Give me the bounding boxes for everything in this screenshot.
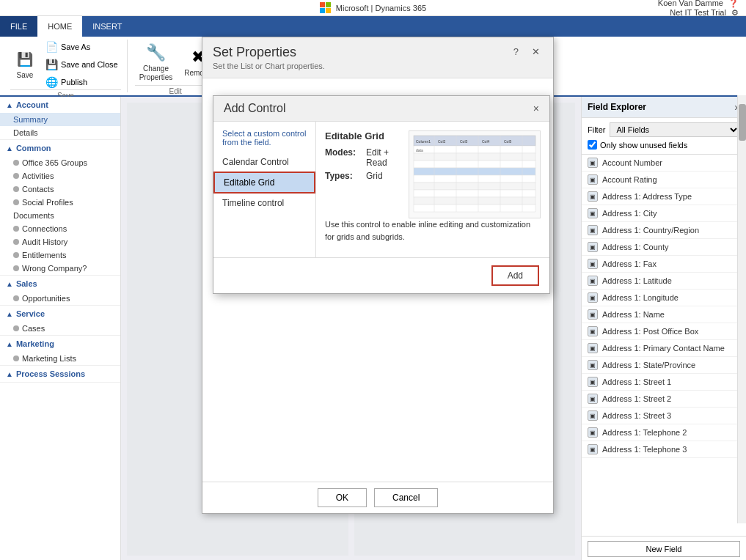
ac-subtitle: Select a custom control from the field. (213, 129, 315, 152)
help-icon[interactable]: ❓ (728, 0, 739, 7)
fe-item-label-12: Address 1: Primary Contact Name (602, 344, 725, 353)
sp-ok-button[interactable]: OK (318, 488, 367, 507)
ac-preview: Column1 Col2 Col3 Col4 Col5 data (409, 130, 541, 218)
contacts-label: Contacts (22, 185, 54, 194)
fe-filter: Filter All Fields Only show unused field… (582, 118, 746, 155)
fe-item-tel2[interactable]: ▣ Address 1: Telephone 2 (582, 424, 746, 441)
fe-item-longitude[interactable]: ▣ Address 1: Longitude (582, 290, 746, 306)
sidebar-header-service[interactable]: ▲ Service (0, 306, 120, 322)
sidebar-item-summary[interactable]: Summary (0, 113, 120, 126)
publish-button[interactable]: 🌐 Publish (43, 75, 121, 89)
fe-item-tel3[interactable]: ▣ Address 1: Telephone 3 (582, 441, 746, 458)
svg-rect-6 (414, 146, 535, 153)
sidebar-item-details[interactable]: Details (0, 126, 120, 139)
wrong-company-label: Wrong Company? (22, 264, 87, 273)
save-and-close-button[interactable]: 💾 Save and Close (43, 57, 121, 72)
details-label: Details (13, 128, 38, 137)
sidebar-item-opportunities[interactable]: Opportunities (0, 292, 120, 305)
change-properties-button[interactable]: 🔧 ChangeProperties (135, 40, 178, 85)
office365-dot (13, 160, 19, 166)
fe-item-primary-contact[interactable]: ▣ Address 1: Primary Contact Name (582, 340, 746, 357)
fe-item-po-box[interactable]: ▣ Address 1: Post Office Box (582, 323, 746, 340)
sidebar-item-wrong-company[interactable]: Wrong Company? (0, 262, 120, 275)
sidebar-item-audit[interactable]: Audit History (0, 235, 120, 248)
sidebar-item-cases[interactable]: Cases (0, 322, 120, 335)
fe-unused-checkbox[interactable] (588, 140, 597, 150)
fe-item-account-rating[interactable]: ▣ Account Rating (582, 172, 746, 188)
fe-unused-label: Only show unused fields (600, 141, 687, 150)
fe-item-fax[interactable]: ▣ Address 1: Fax (582, 256, 746, 273)
fe-item-icon-7: ▣ (588, 259, 598, 269)
fe-filter-label: Filter (588, 125, 605, 134)
svg-text:Col2: Col2 (438, 139, 446, 144)
fe-item-country[interactable]: ▣ Address 1: Country/Region (582, 222, 746, 239)
fe-item-street3[interactable]: ▣ Address 1: Street 3 (582, 408, 746, 424)
sales-expand-icon: ▲ (6, 280, 13, 288)
svg-text:Col4: Col4 (482, 139, 490, 144)
sp-footer: OK Cancel (202, 482, 553, 513)
process-expand-icon: ▲ (6, 370, 13, 378)
fe-item-city[interactable]: ▣ Address 1: City (582, 205, 746, 222)
social-dot (13, 199, 19, 205)
svg-text:Col3: Col3 (460, 139, 468, 144)
sidebar-item-marketing-lists[interactable]: Marketing Lists (0, 352, 120, 365)
ac-calendar-control[interactable]: Calendar Control (213, 152, 315, 172)
sidebar-item-entitlements[interactable]: Entitlements (0, 248, 120, 262)
sp-cancel-button[interactable]: Cancel (374, 488, 438, 507)
ac-close-button[interactable]: × (533, 103, 539, 114)
fe-item-icon-10: ▣ (588, 309, 598, 320)
fe-new-field-button[interactable]: New Field (588, 541, 740, 557)
sidebar-item-connections[interactable]: Connections (0, 222, 120, 235)
marketing-expand-icon: ▲ (6, 340, 13, 348)
fe-item-street2[interactable]: ▣ Address 1: Street 2 (582, 391, 746, 408)
sidebar-item-documents[interactable]: Documents (0, 209, 120, 222)
sidebar: ▲ Account Summary Details ▲ Common Offic… (0, 97, 121, 560)
ac-types-label: Types: (325, 171, 362, 181)
sidebar-header-common[interactable]: ▲ Common (0, 140, 120, 156)
ac-description: Use this control to enable inline editin… (325, 218, 541, 243)
svg-rect-13 (414, 190, 535, 197)
fe-item-icon-8: ▣ (588, 276, 598, 286)
fe-item-icon-14: ▣ (588, 377, 598, 387)
tab-file[interactable]: FILE (0, 16, 37, 37)
sidebar-section-common: ▲ Common Office 365 Groups Activities Co… (0, 140, 120, 276)
fe-item-county[interactable]: ▣ Address 1: County (582, 239, 746, 256)
save-button[interactable]: 💾 Save (10, 46, 40, 83)
fe-item-icon-17: ▣ (588, 427, 598, 438)
fe-item-icon-9: ▣ (588, 292, 598, 303)
fe-item-address-type[interactable]: ▣ Address 1: Address Type (582, 188, 746, 205)
ac-control-list: Select a custom control from the field. … (213, 122, 316, 257)
ac-editable-grid[interactable]: Editable Grid (213, 172, 315, 194)
fe-filter-row: Filter All Fields (588, 122, 740, 137)
fe-item-label-10: Address 1: Name (602, 310, 665, 319)
fe-item-latitude[interactable]: ▣ Address 1: Latitude (582, 273, 746, 290)
sidebar-header-sales[interactable]: ▲ Sales (0, 276, 120, 292)
fe-item-street1[interactable]: ▣ Address 1: Street 1 (582, 374, 746, 391)
sidebar-header-marketing[interactable]: ▲ Marketing (0, 336, 120, 352)
sidebar-header-account[interactable]: ▲ Account (0, 97, 120, 113)
save-as-button[interactable]: 📄 Save As (43, 40, 121, 54)
marketing-lists-dot (13, 355, 19, 361)
tab-insert[interactable]: INSERT (82, 16, 132, 37)
ac-timeline-control[interactable]: Timeline control (213, 194, 315, 213)
ac-add-button[interactable]: Add (491, 265, 539, 286)
fe-item-state[interactable]: ▣ Address 1: State/Province (582, 357, 746, 374)
ac-control-detail: Column1 Col2 Col3 Col4 Col5 data (316, 122, 549, 257)
fe-item-account-number[interactable]: ▣ Account Number (582, 155, 746, 172)
fe-scrollbar[interactable] (737, 95, 746, 523)
fe-item-label-4: Address 1: City (602, 209, 657, 218)
fe-item-label-5: Address 1: Country/Region (602, 226, 699, 235)
publish-icon: 🌐 (45, 76, 58, 88)
save-as-label: Save As (61, 43, 90, 51)
documents-label: Documents (13, 211, 54, 220)
sidebar-item-activities[interactable]: Activities (0, 169, 120, 183)
sidebar-header-process[interactable]: ▲ Process Sessions (0, 366, 120, 382)
settings-icon[interactable]: ⚙ (731, 8, 739, 17)
fe-item-label: Account Number (602, 158, 662, 167)
sidebar-item-social[interactable]: Social Profiles (0, 196, 120, 209)
fe-filter-select[interactable]: All Fields (610, 122, 740, 137)
fe-item-name[interactable]: ▣ Address 1: Name (582, 306, 746, 323)
sidebar-item-contacts[interactable]: Contacts (0, 183, 120, 196)
sidebar-item-office365[interactable]: Office 365 Groups (0, 156, 120, 169)
tab-home[interactable]: HOME (37, 16, 82, 37)
